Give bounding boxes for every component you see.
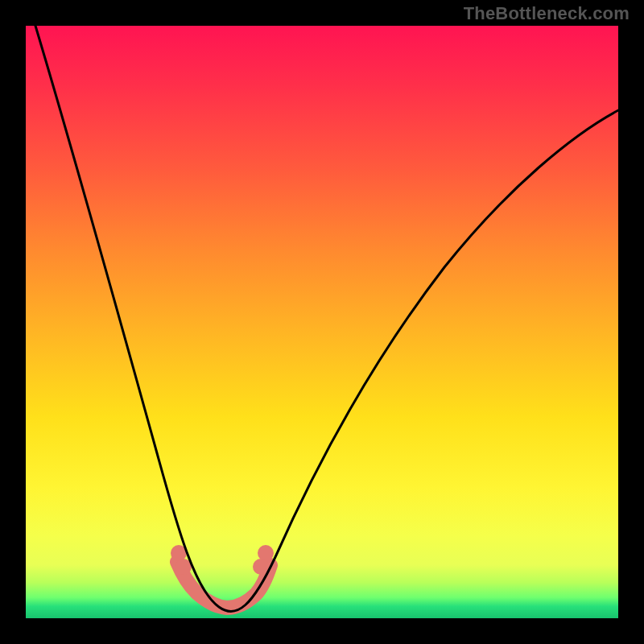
- valley-dot: [258, 545, 274, 561]
- bottleneck-plot: [26, 26, 618, 618]
- bottleneck-curve: [35, 26, 618, 612]
- plot-svg: [26, 26, 618, 618]
- watermark-text: TheBottleneck.com: [464, 3, 630, 24]
- chart-frame: TheBottleneck.com: [0, 0, 644, 644]
